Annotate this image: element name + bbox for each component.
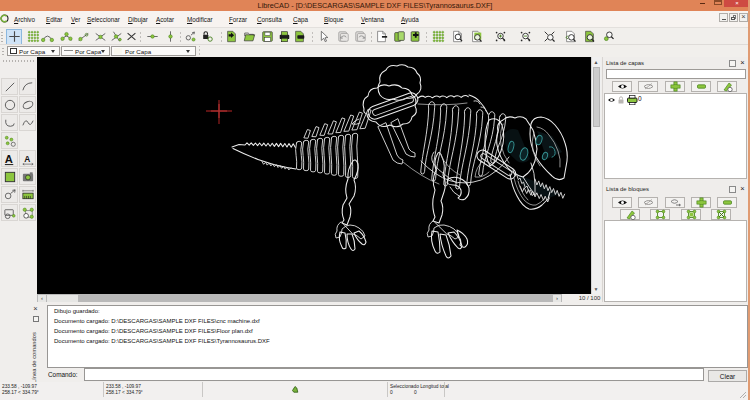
- svg-text:A: A: [4, 153, 12, 165]
- svg-text:A: A: [24, 154, 30, 164]
